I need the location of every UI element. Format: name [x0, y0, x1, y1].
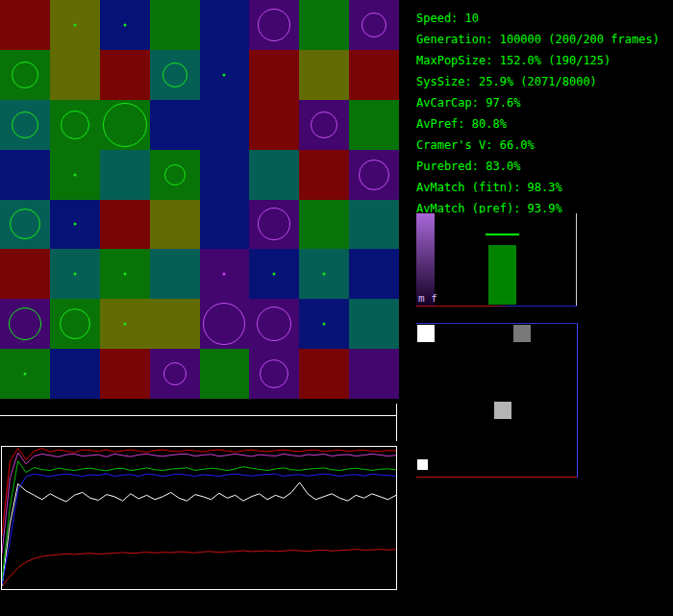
world-cell-navy[interactable]	[200, 0, 250, 50]
stats-panel: Speed: 10Generation: 100000 (200/200 fra…	[416, 8, 660, 219]
world-cell-red[interactable]	[299, 150, 349, 200]
world-cell-olive[interactable]	[100, 299, 150, 349]
stat-line: Purebred: 83.0%	[416, 156, 660, 177]
organism-green-circle	[9, 308, 41, 340]
organism-green-dot	[123, 273, 126, 276]
world-cell-purple[interactable]	[299, 100, 349, 150]
world-cell-purple[interactable]	[349, 0, 399, 50]
world-cell-teal[interactable]	[100, 150, 150, 200]
organism-magenta-circle	[258, 208, 290, 240]
world-cell-navy[interactable]	[0, 150, 50, 200]
world-cell-teal[interactable]	[249, 150, 299, 200]
world-cell-navy[interactable]	[50, 349, 100, 399]
sex-histogram-panel: m f	[416, 213, 577, 306]
world-cell-teal[interactable]	[150, 249, 200, 299]
world-cell-navy[interactable]	[200, 100, 250, 150]
world-cell-olive[interactable]	[150, 299, 200, 349]
organism-green-dot	[273, 273, 276, 276]
world-cell-green[interactable]	[200, 349, 250, 399]
world-cell-teal[interactable]	[299, 249, 349, 299]
stat-line: Cramer's V: 66.0%	[416, 135, 660, 156]
world-cell-teal[interactable]	[0, 200, 50, 250]
world-cell-green[interactable]	[349, 100, 399, 150]
world-cell-purple[interactable]	[0, 299, 50, 349]
world-cell-green[interactable]	[100, 249, 150, 299]
world-cell-green[interactable]	[50, 100, 100, 150]
world-cell-purple[interactable]	[200, 299, 250, 349]
world-grid[interactable]	[0, 0, 399, 399]
organism-magenta-circle	[359, 160, 389, 190]
world-cell-red[interactable]	[100, 200, 150, 250]
world-cell-green[interactable]	[0, 50, 50, 100]
organism-green-circle	[164, 164, 186, 185]
world-cell-purple[interactable]	[249, 200, 299, 250]
world-cell-green[interactable]	[50, 150, 100, 200]
organism-green-dot	[73, 273, 76, 276]
world-cell-red[interactable]	[0, 0, 50, 50]
histogram-right-border	[576, 213, 577, 306]
world-cell-navy[interactable]	[50, 200, 100, 250]
world-cell-navy[interactable]	[200, 50, 250, 100]
world-cell-purple[interactable]	[249, 0, 299, 50]
world-cell-red[interactable]	[100, 349, 150, 399]
organism-green-dot	[323, 273, 326, 276]
world-cell-green[interactable]	[150, 150, 200, 200]
world-cell-navy[interactable]	[150, 100, 200, 150]
world-cell-olive[interactable]	[150, 200, 200, 250]
world-cell-teal[interactable]	[50, 249, 100, 299]
world-cell-navy[interactable]	[249, 249, 299, 299]
histogram-axis	[416, 306, 577, 307]
world-cell-green[interactable]	[100, 100, 150, 150]
world-cell-olive[interactable]	[50, 50, 100, 100]
world-cell-teal[interactable]	[0, 100, 50, 150]
world-cell-red[interactable]	[249, 100, 299, 150]
world-cell-navy[interactable]	[200, 200, 250, 250]
stat-line: Generation: 100000 (200/200 frames)	[416, 29, 660, 50]
matrix-cell	[513, 325, 531, 342]
history-chart-svg	[2, 447, 396, 589]
organism-magenta-circle	[203, 303, 245, 345]
world-cell-red[interactable]	[249, 50, 299, 100]
world-cell-purple[interactable]	[249, 349, 299, 399]
world-cell-red[interactable]	[0, 249, 50, 299]
world-cell-navy[interactable]	[100, 0, 150, 50]
world-cell-green[interactable]	[150, 0, 200, 50]
stat-line: Speed: 10	[416, 8, 660, 29]
series-blue	[2, 474, 396, 584]
organism-green-dot	[323, 323, 326, 326]
world-cell-olive[interactable]	[299, 50, 349, 100]
organism-green-circle	[61, 111, 89, 139]
organism-green-dot	[73, 173, 76, 176]
world-cell-teal[interactable]	[349, 200, 399, 250]
match-matrix-panel	[416, 323, 578, 478]
stat-line: MaxPopSize: 152.0% (190/125)	[416, 50, 660, 71]
world-cell-purple[interactable]	[249, 299, 299, 349]
world-cell-navy[interactable]	[349, 249, 399, 299]
organism-magenta-circle	[258, 9, 290, 41]
world-cell-purple[interactable]	[200, 249, 250, 299]
world-cell-teal[interactable]	[349, 299, 399, 349]
world-cell-olive[interactable]	[50, 0, 100, 50]
world-cell-purple[interactable]	[349, 349, 399, 399]
series-green	[2, 461, 396, 580]
world-cell-navy[interactable]	[200, 150, 250, 200]
world-cell-green[interactable]	[299, 200, 349, 250]
series-red-lower	[2, 550, 396, 586]
frame-progress-handle[interactable]	[396, 404, 397, 441]
world-cell-green[interactable]	[50, 299, 100, 349]
world-cell-navy[interactable]	[299, 299, 349, 349]
world-cell-green[interactable]	[299, 0, 349, 50]
frame-progress-track[interactable]	[0, 415, 397, 416]
world-cell-red[interactable]	[299, 349, 349, 399]
history-chart	[1, 446, 397, 590]
world-cell-teal[interactable]	[150, 50, 200, 100]
world-cell-purple[interactable]	[349, 150, 399, 200]
world-cell-red[interactable]	[100, 50, 150, 100]
organism-magenta-circle	[257, 307, 291, 341]
stat-line: AvCarCap: 97.6%	[416, 92, 660, 113]
organism-green-circle	[162, 62, 187, 87]
world-cell-purple[interactable]	[150, 349, 200, 399]
world-cell-green[interactable]	[0, 349, 50, 399]
organism-magenta-circle	[163, 362, 187, 385]
world-cell-red[interactable]	[349, 50, 399, 100]
